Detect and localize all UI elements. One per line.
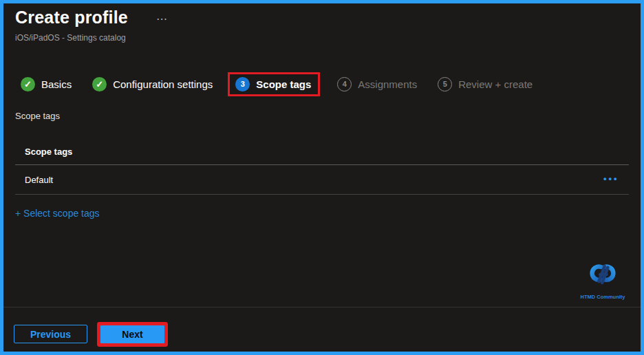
htmd-logo-icon	[583, 259, 622, 290]
step-label: Scope tags	[256, 78, 311, 90]
check-icon: ✓	[92, 77, 107, 92]
step-assignments[interactable]: 4 Assignments	[337, 77, 417, 92]
wizard-steps: ✓ Basics ✓ Configuration settings 3 Scop…	[15, 71, 533, 97]
step-number-icon: 4	[337, 77, 352, 92]
step-number-icon: 3	[235, 77, 250, 92]
next-button-highlighted[interactable]: Next	[100, 325, 164, 343]
previous-button[interactable]: Previous	[14, 325, 87, 343]
more-options-icon[interactable]: ⋯	[156, 12, 169, 25]
step-number-icon: 5	[438, 77, 452, 92]
table-row-divider	[15, 194, 629, 195]
table-row-scope-tag-default: Default	[25, 175, 53, 185]
row-context-menu-icon[interactable]: •••	[603, 173, 619, 184]
step-configuration-settings[interactable]: ✓ Configuration settings	[92, 77, 213, 92]
htmd-community-logo: HTMD Community	[580, 259, 625, 300]
page-subtitle: iOS/iPadOS - Settings catalog	[15, 33, 126, 43]
step-review-create[interactable]: 5 Review + create	[438, 77, 533, 92]
step-label: Configuration settings	[113, 78, 213, 90]
htmd-community-label: HTMD Community	[580, 294, 625, 300]
create-profile-blade: Create profile ⋯ iOS/iPadOS - Settings c…	[0, 0, 644, 355]
footer-divider	[3, 307, 641, 308]
page-title: Create profile	[15, 8, 128, 28]
step-basics[interactable]: ✓ Basics	[21, 77, 72, 92]
step-label: Basics	[41, 78, 72, 90]
table-column-header: Scope tags	[25, 147, 72, 157]
section-label: Scope tags	[15, 111, 60, 121]
table-header-divider	[15, 164, 629, 165]
step-label: Assignments	[358, 78, 417, 90]
select-scope-tags-link[interactable]: + Select scope tags	[15, 208, 100, 219]
step-label: Review + create	[458, 78, 533, 90]
step-scope-tags-highlighted[interactable]: 3 Scope tags	[228, 72, 320, 96]
check-icon: ✓	[21, 77, 35, 92]
